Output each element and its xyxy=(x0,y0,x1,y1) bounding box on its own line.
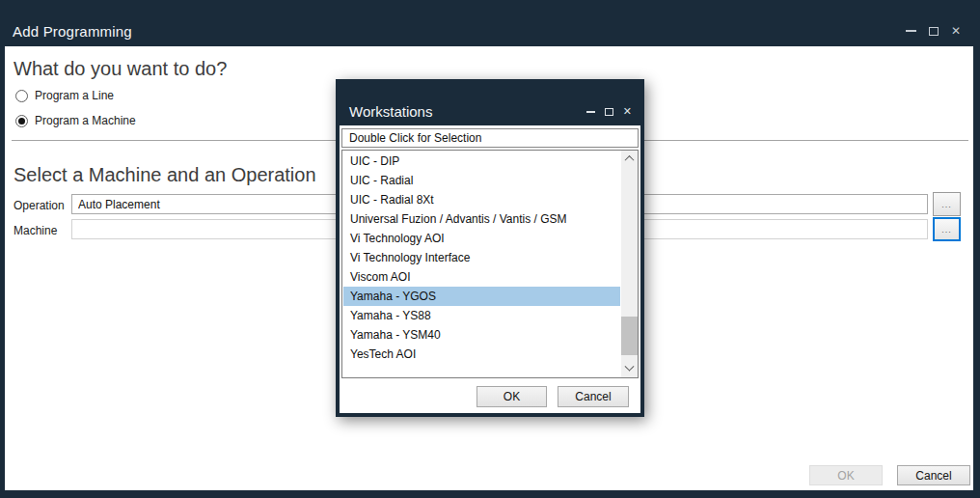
list-item[interactable]: YesTech AOI xyxy=(343,345,620,364)
question-heading: What do you want to do? xyxy=(14,58,227,80)
maximize-button[interactable] xyxy=(929,27,939,36)
list-item[interactable]: UIC - DIP xyxy=(343,152,620,171)
workstation-list: UIC - DIPUIC - RadialUIC - Radial 8XtUni… xyxy=(343,152,620,364)
radio-program-a-line[interactable]: Program a Line xyxy=(15,89,114,102)
list-item[interactable]: Vi Technology Interface xyxy=(343,248,620,267)
add-programming-window: Add Programming ✕ What do you want to do… xyxy=(0,0,980,498)
close-button[interactable]: ✕ xyxy=(951,25,961,37)
radio-icon xyxy=(15,90,28,102)
minimize-icon xyxy=(906,30,916,32)
radio-program-a-machine[interactable]: Program a Machine xyxy=(15,114,136,127)
dialog-close-button[interactable]: ✕ xyxy=(623,106,632,117)
list-item[interactable]: Viscom AOI xyxy=(343,267,620,287)
dialog-title: Workstations xyxy=(349,103,432,120)
minimize-button[interactable] xyxy=(906,30,916,32)
dialog-cancel-button[interactable]: Cancel xyxy=(558,386,629,407)
dialog-content: Double Click for Selection UIC - DIPUIC … xyxy=(340,125,640,413)
list-item[interactable]: Vi Technology AOI xyxy=(343,229,620,248)
chevron-down-icon xyxy=(625,362,635,372)
machine-browse-button[interactable]: ... xyxy=(933,217,961,241)
close-icon: ✕ xyxy=(951,25,961,37)
dialog-window-controls: ✕ xyxy=(586,106,632,117)
window-controls: ✕ xyxy=(906,25,961,37)
selection-hint-header: Double Click for Selection xyxy=(341,128,639,148)
operation-label: Operation xyxy=(14,199,65,212)
radio-label: Program a Line xyxy=(35,89,114,102)
dialog-minimize-button[interactable] xyxy=(586,111,595,113)
list-item[interactable]: Universal Fuzion / Advantis / Vantis / G… xyxy=(343,209,620,229)
main-titlebar: Add Programming ✕ xyxy=(0,0,980,46)
list-item[interactable]: Yamaha - YSM40 xyxy=(343,325,620,345)
radio-icon xyxy=(15,115,28,127)
scrollbar-thumb[interactable] xyxy=(621,317,638,355)
list-item[interactable]: UIC - Radial 8Xt xyxy=(343,190,620,209)
list-item[interactable]: Yamaha - YS88 xyxy=(343,306,620,325)
main-ok-button[interactable]: OK xyxy=(809,465,883,485)
main-cancel-button[interactable]: Cancel xyxy=(897,465,970,485)
dialog-maximize-button[interactable] xyxy=(605,108,613,116)
operation-browse-button[interactable]: ... xyxy=(933,192,961,216)
maximize-icon xyxy=(929,27,939,36)
close-icon: ✕ xyxy=(623,106,632,117)
scroll-up-button[interactable] xyxy=(621,151,638,167)
scroll-down-button[interactable] xyxy=(621,361,638,377)
chevron-up-icon xyxy=(625,155,635,165)
section-heading: Select a Machine and an Operation xyxy=(14,164,316,186)
dialog-ok-button[interactable]: OK xyxy=(476,386,547,407)
minimize-icon xyxy=(586,111,595,113)
list-item[interactable]: Yamaha - YGOS xyxy=(343,287,620,306)
workstations-dialog: Workstations ✕ Double Click for Selectio… xyxy=(336,79,644,417)
radio-label: Program a Machine xyxy=(35,114,136,127)
scrollbar[interactable] xyxy=(621,151,638,377)
workstation-listbox: UIC - DIPUIC - RadialUIC - Radial 8XtUni… xyxy=(341,150,639,378)
maximize-icon xyxy=(605,108,613,116)
list-item[interactable]: UIC - Radial xyxy=(343,171,620,190)
machine-label: Machine xyxy=(14,224,57,237)
window-title: Add Programming xyxy=(13,23,132,40)
